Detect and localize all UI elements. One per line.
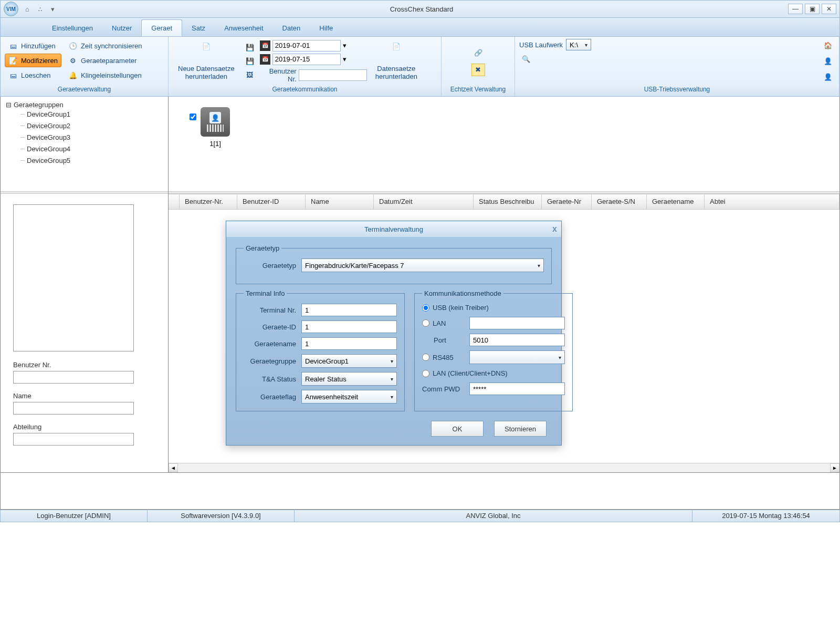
magnifier-icon[interactable]: 🔍 [519, 53, 533, 65]
rs485-radio[interactable] [422, 354, 429, 361]
ribbon-group-label: Geraeteverwaltung [1, 86, 168, 96]
col-header[interactable]: Name [306, 194, 374, 209]
shield-icon[interactable]: ▾ [48, 4, 57, 14]
tab-geraet[interactable]: Geraet [141, 19, 182, 36]
titlebar: VIM ⌂ ⛬ ▾ CrossChex Standard — ▣ ✕ [0, 0, 840, 18]
dialog-title: Terminalverwaltung x [226, 221, 561, 237]
tab-nutzer[interactable]: Nutzer [102, 20, 141, 36]
maximize-button[interactable]: ▣ [805, 4, 820, 14]
geraetename-input[interactable] [301, 337, 397, 350]
user-up-icon[interactable]: 👤 [821, 55, 835, 67]
col-header[interactable]: Benutzer-ID [237, 194, 306, 209]
terminal-nr-input[interactable] [301, 304, 397, 316]
lan-input[interactable] [469, 317, 565, 329]
col-header[interactable]: Abtei [705, 194, 839, 209]
device-checkbox[interactable] [190, 113, 196, 120]
benutzer-label: Benutzer Nr. [260, 67, 297, 83]
col-header[interactable]: Geraete-S/N [592, 194, 647, 209]
download-records-button[interactable]: 📄 Datensaetze herunterladen [370, 40, 423, 82]
menubar: Einstellungen Nutzer Geraet Satz Anwesen… [0, 18, 840, 37]
link-icon[interactable]: 🔗 [471, 47, 485, 59]
col-header[interactable]: Benutzer-Nr. [180, 194, 237, 209]
tab-daten[interactable]: Daten [273, 20, 310, 36]
scrollbar-horizontal[interactable]: ◄ ► [169, 463, 839, 472]
chevron-down-icon[interactable]: ▾ [343, 42, 346, 49]
home-user-icon[interactable]: 🏠 [821, 39, 835, 51]
app-logo-icon: VIM [4, 2, 18, 16]
geraete-id-input[interactable] [301, 320, 397, 333]
ring-settings-button[interactable]: 🔔Klingeleinstellungen [65, 68, 145, 82]
lan-radio[interactable] [422, 319, 429, 327]
usb-radio[interactable] [422, 304, 429, 312]
filter-name-input[interactable] [13, 402, 134, 415]
benutzer-nr-input[interactable] [299, 69, 367, 81]
ribbon-group-label: Echtzeit Verwaltung [442, 86, 514, 96]
port-input[interactable] [469, 334, 565, 346]
tab-anwesenheit[interactable]: Anwesenheit [215, 20, 272, 36]
home-icon[interactable]: ⌂ [23, 4, 32, 14]
tree-item[interactable]: DeviceGroup3 [6, 132, 163, 143]
modify-button[interactable]: 📝Modifizieren [5, 54, 61, 67]
ok-button[interactable]: OK [431, 421, 484, 437]
calendar-icon: 📅 [260, 54, 270, 65]
collapse-icon[interactable]: ⊟ [6, 101, 12, 109]
date-from-input[interactable] [272, 40, 341, 51]
tab-hilfe[interactable]: Hilfe [310, 20, 342, 36]
ribbon-group-label: Geraetekommunikation [169, 86, 441, 96]
col-header[interactable]: Geraete-Nr [542, 194, 592, 209]
close-button[interactable]: ✕ [822, 4, 836, 14]
filter-label: Name [13, 392, 155, 400]
cancel-button[interactable]: Stornieren [494, 421, 547, 437]
minimize-button[interactable]: — [788, 4, 803, 14]
ta-status-select[interactable]: Realer Status▾ [301, 372, 397, 386]
scroll-left-icon[interactable]: ◄ [169, 463, 178, 472]
scroll-right-icon[interactable]: ► [830, 463, 839, 472]
date-to-input[interactable] [272, 54, 341, 65]
device-item[interactable]: 👤 1[1] [201, 107, 230, 148]
col-header[interactable]: Status Beschreibu [474, 194, 542, 209]
tree: ⊟Geraetegruppen DeviceGroup1 DeviceGroup… [1, 97, 168, 191]
table-header: Benutzer-Nr. Benutzer-ID Name Datum/Zeit… [169, 194, 839, 210]
col-header[interactable]: Geraetename [647, 194, 705, 209]
device-params-button[interactable]: ⚙Geraeteparameter [65, 54, 145, 67]
status-datetime: 2019-07-15 Montag 13:46:54 [692, 510, 839, 522]
photo-placeholder [13, 204, 134, 351]
geraetegruppe-select[interactable]: DeviceGroup1▾ [301, 354, 397, 368]
status-user: Login-Benutzer [ADMIN] [1, 510, 148, 522]
delete-button[interactable]: 🖴Loeschen [5, 68, 61, 82]
save-icon[interactable]: 💾 [243, 42, 257, 54]
add-button[interactable]: 🖴Hinzufügen [5, 39, 61, 53]
usb-drive-select[interactable]: K:\▾ [566, 39, 591, 50]
tab-einstellungen[interactable]: Einstellungen [43, 20, 102, 36]
user-down-icon[interactable]: 👤 [821, 70, 835, 83]
col-header[interactable]: Datum/Zeit [374, 194, 474, 209]
download-new-records-button[interactable]: 📄 Neue Datensaetze herunterladen [173, 40, 240, 82]
dialog-close-icon[interactable]: x [552, 224, 557, 234]
device-label: 1[1] [209, 140, 221, 148]
tree-item[interactable]: DeviceGroup4 [6, 143, 163, 155]
file-download-icon: 📄 [196, 43, 217, 64]
tree-item[interactable]: DeviceGroup5 [6, 155, 163, 167]
filter-abteilung-input[interactable] [13, 433, 134, 446]
tree-root[interactable]: ⊟Geraetegruppen [6, 101, 163, 109]
comm-pwd-input[interactable] [469, 382, 565, 395]
filter-benutzer-input[interactable] [13, 371, 134, 384]
statusbar: Login-Benutzer [ADMIN] Softwareversion [… [0, 510, 840, 522]
people-icon[interactable]: ⛬ [35, 4, 45, 14]
clock-icon: 🕒 [68, 41, 78, 50]
disk-out-icon[interactable]: 💾 [243, 55, 257, 68]
fieldset-legend: Terminal Info [244, 289, 287, 297]
rs485-select[interactable]: ▾ [469, 350, 565, 364]
geraeteflag-select[interactable]: Anwesenheitszeit▾ [301, 390, 397, 403]
lan-dns-radio[interactable] [422, 370, 429, 377]
geraetetyp-select[interactable]: Fingerabdruck/Karte/Facepass 7▾ [301, 258, 544, 272]
picture-icon[interactable]: 🖼 [243, 69, 257, 81]
sync-time-button[interactable]: 🕒Zeit synchronisieren [65, 39, 145, 53]
geraetetyp-label: Geraetetyp [244, 262, 296, 270]
tab-satz[interactable]: Satz [182, 20, 215, 36]
tree-item[interactable]: DeviceGroup1 [6, 109, 163, 120]
unlink-icon[interactable]: ✖ [471, 64, 485, 76]
chevron-down-icon[interactable]: ▾ [343, 55, 346, 63]
filter-panel: Benutzer Nr. Name Abteilung [1, 194, 168, 472]
tree-item[interactable]: DeviceGroup2 [6, 120, 163, 132]
